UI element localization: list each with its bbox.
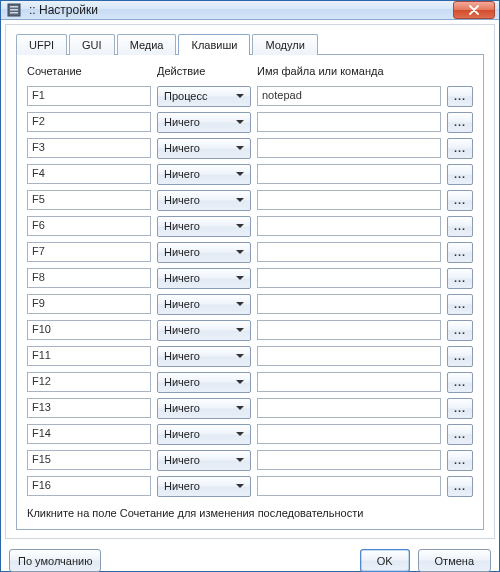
header-action: Действие bbox=[157, 65, 257, 77]
combo-input[interactable]: F7 bbox=[27, 242, 151, 262]
action-select[interactable]: Ничего bbox=[157, 398, 251, 419]
button-bar: По умолчанию OK Отмена bbox=[1, 543, 499, 572]
titlebar: :: Настройки bbox=[1, 1, 499, 20]
browse-button[interactable]: ... bbox=[447, 86, 473, 107]
combo-input[interactable]: F14 bbox=[27, 424, 151, 444]
action-select[interactable]: Ничего bbox=[157, 450, 251, 471]
browse-button[interactable]: ... bbox=[447, 138, 473, 159]
file-input[interactable] bbox=[257, 164, 441, 184]
combo-input[interactable]: F1 bbox=[27, 86, 151, 106]
file-input[interactable] bbox=[257, 190, 441, 210]
browse-button[interactable]: ... bbox=[447, 112, 473, 133]
tab-медиа[interactable]: Медиа bbox=[117, 34, 177, 55]
file-input[interactable] bbox=[257, 112, 441, 132]
action-select-value: Ничего bbox=[164, 428, 200, 440]
file-input[interactable] bbox=[257, 450, 441, 470]
combo-input[interactable]: F15 bbox=[27, 450, 151, 470]
ok-button[interactable]: OK bbox=[360, 549, 410, 572]
file-input[interactable] bbox=[257, 346, 441, 366]
close-icon bbox=[469, 5, 479, 15]
window-title: :: Настройки bbox=[29, 3, 453, 17]
action-select[interactable]: Ничего bbox=[157, 268, 251, 289]
header-combo: Сочетание bbox=[27, 65, 157, 77]
column-headers: Сочетание Действие Имя файла или команда bbox=[27, 65, 473, 83]
action-select[interactable]: Ничего bbox=[157, 476, 251, 497]
combo-input[interactable]: F13 bbox=[27, 398, 151, 418]
action-select-value: Ничего bbox=[164, 298, 200, 310]
defaults-button[interactable]: По умолчанию bbox=[9, 549, 101, 572]
combo-input[interactable]: F3 bbox=[27, 138, 151, 158]
action-select[interactable]: Процесс bbox=[157, 86, 251, 107]
action-select[interactable]: Ничего bbox=[157, 294, 251, 315]
action-select-value: Ничего bbox=[164, 350, 200, 362]
file-input[interactable] bbox=[257, 138, 441, 158]
action-select[interactable]: Ничего bbox=[157, 242, 251, 263]
action-select[interactable]: Ничего bbox=[157, 164, 251, 185]
action-select[interactable]: Ничего bbox=[157, 372, 251, 393]
action-select-value: Ничего bbox=[164, 376, 200, 388]
file-input[interactable] bbox=[257, 476, 441, 496]
combo-input[interactable]: F6 bbox=[27, 216, 151, 236]
action-select[interactable]: Ничего bbox=[157, 216, 251, 237]
action-select[interactable]: Ничего bbox=[157, 424, 251, 445]
tab-gui[interactable]: GUI bbox=[69, 34, 115, 55]
key-row: F11Ничего... bbox=[27, 343, 473, 369]
action-select[interactable]: Ничего bbox=[157, 190, 251, 211]
key-row: F3Ничего... bbox=[27, 135, 473, 161]
action-select[interactable]: Ничего bbox=[157, 320, 251, 341]
browse-button[interactable]: ... bbox=[447, 476, 473, 497]
key-rows: F1Процессnotepad...F2Ничего...F3Ничего..… bbox=[27, 83, 473, 499]
action-select[interactable]: Ничего bbox=[157, 346, 251, 367]
browse-button[interactable]: ... bbox=[447, 424, 473, 445]
browse-button[interactable]: ... bbox=[447, 164, 473, 185]
browse-button[interactable]: ... bbox=[447, 216, 473, 237]
file-input[interactable]: notepad bbox=[257, 86, 441, 106]
combo-input[interactable]: F12 bbox=[27, 372, 151, 392]
combo-input[interactable]: F4 bbox=[27, 164, 151, 184]
file-input[interactable] bbox=[257, 216, 441, 236]
key-row: F4Ничего... bbox=[27, 161, 473, 187]
combo-input[interactable]: F10 bbox=[27, 320, 151, 340]
browse-button[interactable]: ... bbox=[447, 450, 473, 471]
action-select[interactable]: Ничего bbox=[157, 112, 251, 133]
action-select[interactable]: Ничего bbox=[157, 138, 251, 159]
svg-rect-2 bbox=[10, 9, 18, 11]
tab-ufpi[interactable]: UFPI bbox=[16, 34, 67, 55]
browse-button[interactable]: ... bbox=[447, 398, 473, 419]
action-select-value: Ничего bbox=[164, 480, 200, 492]
browse-button[interactable]: ... bbox=[447, 372, 473, 393]
action-select-value: Ничего bbox=[164, 142, 200, 154]
file-input[interactable] bbox=[257, 372, 441, 392]
combo-input[interactable]: F8 bbox=[27, 268, 151, 288]
browse-button[interactable]: ... bbox=[447, 268, 473, 289]
browse-button[interactable]: ... bbox=[447, 320, 473, 341]
key-row: F1Процессnotepad... bbox=[27, 83, 473, 109]
key-row: F15Ничего... bbox=[27, 447, 473, 473]
combo-input[interactable]: F5 bbox=[27, 190, 151, 210]
close-button[interactable] bbox=[453, 1, 495, 19]
browse-button[interactable]: ... bbox=[447, 294, 473, 315]
file-input[interactable] bbox=[257, 294, 441, 314]
combo-input[interactable]: F16 bbox=[27, 476, 151, 496]
file-input[interactable] bbox=[257, 268, 441, 288]
file-input[interactable] bbox=[257, 424, 441, 444]
hint-text: Кликните на поле Сочетание для изменения… bbox=[27, 499, 473, 523]
tab-bar: UFPIGUIМедиаКлавишиМодули bbox=[16, 34, 484, 55]
file-input[interactable] bbox=[257, 320, 441, 340]
cancel-button[interactable]: Отмена bbox=[418, 549, 491, 572]
file-input[interactable] bbox=[257, 398, 441, 418]
browse-button[interactable]: ... bbox=[447, 190, 473, 211]
key-row: F14Ничего... bbox=[27, 421, 473, 447]
tab-клавиши[interactable]: Клавиши bbox=[178, 34, 250, 55]
key-row: F9Ничего... bbox=[27, 291, 473, 317]
combo-input[interactable]: F11 bbox=[27, 346, 151, 366]
combo-input[interactable]: F2 bbox=[27, 112, 151, 132]
file-input[interactable] bbox=[257, 242, 441, 262]
browse-button[interactable]: ... bbox=[447, 242, 473, 263]
combo-input[interactable]: F9 bbox=[27, 294, 151, 314]
settings-window: :: Настройки UFPIGUIМедиаКлавишиМодули С… bbox=[0, 0, 500, 572]
key-row: F16Ничего... bbox=[27, 473, 473, 499]
app-icon bbox=[7, 2, 23, 18]
browse-button[interactable]: ... bbox=[447, 346, 473, 367]
tab-модули[interactable]: Модули bbox=[252, 34, 317, 55]
